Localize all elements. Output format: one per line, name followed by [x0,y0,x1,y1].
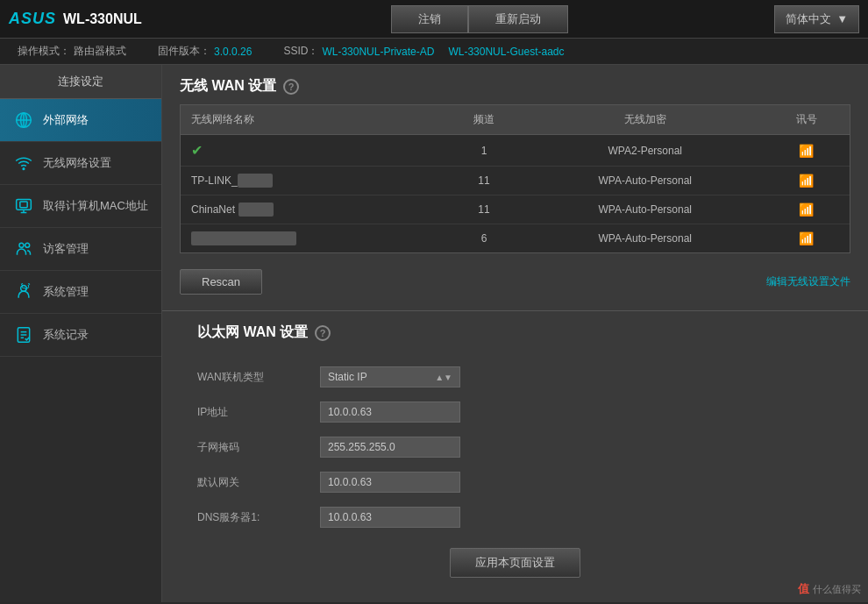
apply-button[interactable]: 应用本页面设置 [450,548,580,578]
wifi-signal-icon: 📶 [799,231,814,245]
wan-type-value: Static IP [328,371,367,383]
wireless-wan-help[interactable]: ? [283,79,299,95]
content-area: 无线 WAN 设置 ? 无线网络名称 频道 无线加密 讯号 [162,65,868,602]
wifi-table-outer: 无线网络名称 频道 无线加密 讯号 ✔ 1 WPA2-Personal [181,105,850,252]
wan-type-select[interactable]: Static IP ▲▼ [320,366,460,387]
apply-btn-row: 应用本页面设置 [180,535,850,586]
wifi-signal-icon: 📶 [799,144,814,158]
wireless-wan-header: 无线 WAN 设置 ? [162,65,868,104]
encryption-2: WPA-Auto-Personal [527,167,763,195]
ethernet-wan-section: 以太网 WAN 设置 ? WAN联机类型 Static IP ▲▼ IP地址 [162,311,868,595]
gateway-input[interactable] [320,472,460,493]
wireless-wan-section: 无线 WAN 设置 ? 无线网络名称 频道 无线加密 讯号 [162,65,868,302]
sidebar-item-system-admin[interactable]: 系统管理 [0,271,161,314]
col-channel: 频道 [441,105,528,135]
ssid-label: SSID： [283,44,318,59]
network-name-1: ✔ [181,135,441,167]
infobar: 操作模式： 路由器模式 固件版本： 3.0.0.26 SSID： WL-330N… [0,39,868,65]
watermark: 值 什么值得买 [798,581,861,597]
sidebar-label-visitor: 访客管理 [43,241,89,257]
edit-wireless-link[interactable]: 编辑无线设置文件 [766,274,850,289]
svg-point-4 [23,168,25,170]
ssid1-link[interactable]: WL-330NUL-Private-AD [322,46,434,58]
language-selector[interactable]: 简体中文 ▼ [774,5,859,33]
firmware-link[interactable]: 3.0.0.26 [214,46,252,58]
watermark-brand: 值 [798,581,809,597]
reboot-button[interactable]: 重新启动 [468,5,568,33]
encryption-1: WPA2-Personal [527,135,763,167]
check-icon: ✔ [191,143,203,158]
top-buttons: 注销 重新启动 [184,5,774,33]
subnet-mask-input[interactable] [320,437,460,458]
wan-form: WAN联机类型 Static IP ▲▼ IP地址 子网掩码 [180,359,850,535]
network-name-3: ChinaNet [181,195,441,224]
sidebar-label-system-admin: 系统管理 [43,284,89,300]
signal-4: 📶 [763,224,850,253]
wifi-action-row: Rescan 编辑无线设置文件 [162,262,868,302]
wifi-signal-icon: 📶 [799,203,814,217]
col-encryption: 无线加密 [527,105,763,135]
svg-point-9 [19,243,24,247]
wifi-signal-icon: 📶 [799,174,814,188]
rescan-button[interactable]: Rescan [180,269,262,295]
sidebar-item-wifi-settings[interactable]: 无线网络设置 [0,142,161,185]
svg-rect-6 [20,202,27,208]
watermark-text: 什么值得买 [813,583,861,596]
subnet-mask-row: 子网掩码 [197,430,833,465]
wireless-wan-title: 无线 WAN 设置 [180,77,276,96]
admin-icon [13,281,34,302]
sidebar-item-system-log[interactable]: 系统记录 [0,314,161,357]
table-row[interactable]: ✔ 1 WPA2-Personal 📶 [181,135,850,167]
logout-button[interactable]: 注销 [391,5,468,33]
sidebar-item-visitor-mgmt[interactable]: 访客管理 [0,228,161,271]
dns1-label: DNS服务器1: [197,510,320,525]
network-name-2: TP-LINK_ [181,167,441,195]
sidebar-item-external-network[interactable]: 外部网络 [0,99,161,142]
dns1-row: DNS服务器1: [197,500,833,535]
col-ssid: 无线网络名称 [181,105,441,135]
table-row[interactable]: TP-LINK_ 11 WPA-Auto-Personal 📶 [181,167,850,195]
channel-3: 11 [441,195,528,224]
signal-3: 📶 [763,195,850,224]
ip-address-input[interactable] [320,401,460,423]
ip-address-row: IP地址 [197,394,833,430]
globe-icon [13,110,34,131]
ip-address-label: IP地址 [197,405,320,420]
user-group-icon [13,238,34,259]
encryption-4: WPA-Auto-Personal [527,224,763,253]
sidebar-item-mac-address[interactable]: 取得计算机MAC地址 [0,185,161,228]
main-layout: 连接设定 外部网络 无线网络设置 [0,65,868,602]
table-row[interactable]: ChinaNet 11 WPA-Auto-Personal 📶 [181,195,850,224]
col-signal: 讯号 [763,105,850,135]
sidebar-header: 连接设定 [0,65,161,99]
channel-1: 1 [441,135,528,167]
sidebar-label-system-log: 系统记录 [43,327,89,343]
log-icon [13,324,34,345]
table-row[interactable]: 6 WPA-Auto-Personal 📶 [181,224,850,253]
ethernet-wan-header: 以太网 WAN 设置 ? [180,311,850,351]
wifi-table-body: ✔ 1 WPA2-Personal 📶 TP-LINK_ 11 WPA-Auto… [181,135,850,253]
channel-2: 11 [441,167,528,195]
wifi-table: 无线网络名称 频道 无线加密 讯号 ✔ 1 WPA2-Personal [181,105,850,252]
mode-value: 路由器模式 [74,44,126,59]
model-name: WL-330NUL [63,11,142,27]
wifi-table-container: 无线网络名称 频道 无线加密 讯号 ✔ 1 WPA2-Personal [180,104,850,253]
ssid2-link[interactable]: WL-330NUL-Guest-aadc [448,46,564,58]
wifi-table-head: 无线网络名称 频道 无线加密 讯号 [181,105,850,135]
chevron-down-icon: ▼ [836,12,848,25]
network-name-4 [181,224,441,253]
mode-label: 操作模式： [18,44,70,59]
select-arrow-icon: ▲▼ [435,373,452,382]
channel-4: 6 [441,224,528,253]
sidebar: 连接设定 外部网络 无线网络设置 [0,65,162,602]
svg-point-10 [25,243,30,247]
firmware-label: 固件版本： [158,44,210,59]
subnet-mask-label: 子网掩码 [197,440,320,455]
dns1-input[interactable] [320,507,460,528]
sidebar-label-external: 外部网络 [43,112,89,128]
logo-area: ASUS WL-330NUL [9,10,184,28]
gateway-row: 默认网关 [197,465,833,500]
language-label: 简体中文 [786,11,831,27]
ethernet-wan-help[interactable]: ? [315,325,331,341]
asus-logo: ASUS [9,10,56,28]
